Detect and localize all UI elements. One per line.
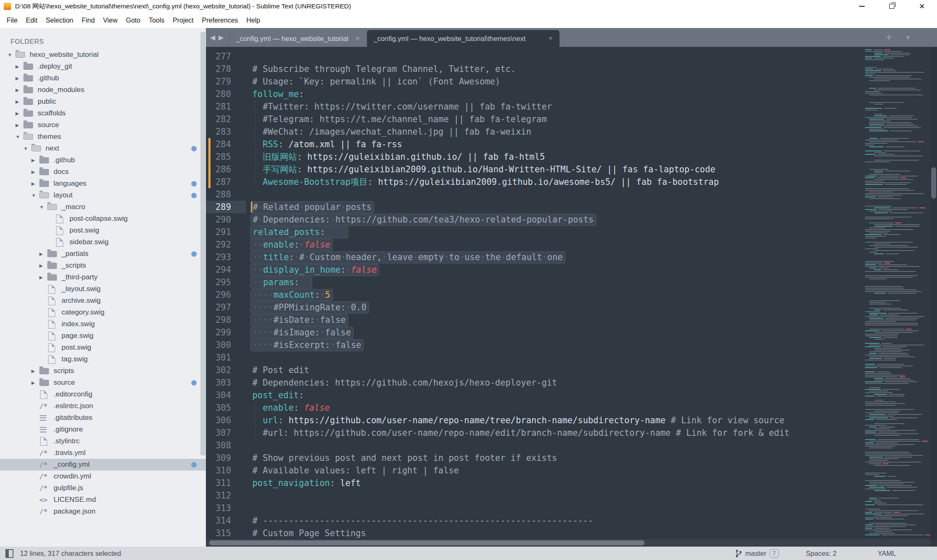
sidebar-item-scaffolds[interactable]: ▶scaffolds xyxy=(0,107,206,119)
chevron-right-icon[interactable]: ▶ xyxy=(15,76,23,81)
sidebar-item-themes[interactable]: ▼themes xyxy=(0,131,206,143)
code-line-310[interactable]: 310# Available values: left | right | fa… xyxy=(206,464,863,477)
sidebar-item-license-md[interactable]: <>LICENSE.md xyxy=(0,494,206,506)
code-line-296[interactable]: 296····maxCount:·5 xyxy=(206,289,863,301)
menu-preferences[interactable]: Preferences xyxy=(198,15,242,26)
sidebar-item-scripts[interactable]: ▶scripts xyxy=(0,365,206,377)
sidebar-item-public[interactable]: ▶public xyxy=(0,96,206,107)
sidebar-item--third-party[interactable]: ▶_third-party xyxy=(0,271,206,283)
sidebar-item-hexo-website-tutorial[interactable]: ▼hexo_website_tutorial xyxy=(0,49,206,61)
sidebar-item--deploy-git[interactable]: ▶.deploy_git xyxy=(0,61,206,72)
sidebar-item-sidebar-swig[interactable]: sidebar.swig xyxy=(0,236,206,248)
sidebar-item-post-collapse-swig[interactable]: post-collapse.swig xyxy=(0,213,206,225)
sidebar-item--stylintrc[interactable]: .stylintrc xyxy=(0,435,206,447)
sidebar-item-index-swig[interactable]: index.swig xyxy=(0,318,206,330)
sidebar-item--github[interactable]: ▶.github xyxy=(0,154,206,166)
menu-view[interactable]: View xyxy=(99,15,121,26)
tab-1[interactable]: _config.yml — hexo_website_tutorial\them… xyxy=(367,30,560,47)
sidebar-toggle-icon[interactable] xyxy=(5,549,13,558)
sidebar-item--scripts[interactable]: ▶_scripts xyxy=(0,260,206,271)
sidebar-item-node-modules[interactable]: ▶node_modules xyxy=(0,84,206,96)
sidebar-item--partials[interactable]: ▶_partials xyxy=(0,248,206,260)
chevron-right-icon[interactable]: ▶ xyxy=(15,99,23,105)
code-line-279[interactable]: 279# Usage: `Key: permalink || icon` (Fo… xyxy=(206,75,863,88)
sidebar-item-archive-swig[interactable]: archive.swig xyxy=(0,295,206,307)
sidebar-item-crowdin-yml[interactable]: /*crowdin.yml xyxy=(0,471,206,482)
sidebar-item--macro[interactable]: ▼_macro xyxy=(0,201,206,213)
menu-goto[interactable]: Goto xyxy=(122,15,145,26)
chevron-right-icon[interactable]: ▶ xyxy=(31,368,39,374)
chevron-right-icon[interactable]: ▶ xyxy=(15,111,23,116)
code-line-302[interactable]: 302# Post edit xyxy=(206,364,863,376)
chevron-right-icon[interactable]: ▶ xyxy=(31,380,39,386)
close-button[interactable]: ✕ xyxy=(907,0,937,13)
sidebar-item-docs[interactable]: ▶docs xyxy=(0,166,206,178)
code-line-289[interactable]: 289#·Related·popular·posts xyxy=(206,201,863,213)
chevron-right-icon[interactable]: ▶ xyxy=(15,64,23,69)
vertical-scrollbar-thumb[interactable] xyxy=(931,167,936,199)
sidebar-item-tag-swig[interactable]: tag.swig xyxy=(0,353,206,365)
sidebar-item--github[interactable]: ▶.github xyxy=(0,72,206,84)
sidebar-item-source[interactable]: ▶source xyxy=(0,377,206,389)
code-line-283[interactable]: 283 #WeChat: /images/wechat_channel.jpg … xyxy=(206,125,863,138)
sidebar-item--gitattributes[interactable]: .gitattributes xyxy=(0,412,206,424)
vertical-scrollbar[interactable] xyxy=(930,47,937,539)
code-line-290[interactable]: 290#·Dependencies:·https://github.com/te… xyxy=(206,213,863,226)
tab-list-icon[interactable]: ▼ xyxy=(905,34,911,41)
code-line-280[interactable]: 280follow_me: xyxy=(206,88,863,100)
chevron-right-icon[interactable]: ▶ xyxy=(31,158,39,163)
menu-help[interactable]: Help xyxy=(242,15,264,26)
minimize-button[interactable] xyxy=(847,0,877,13)
sidebar-item--travis-yml[interactable]: /*.travis.yml xyxy=(0,447,206,459)
code-line-315[interactable]: 315# Custom Page Settings xyxy=(206,527,863,539)
sidebar-item-languages[interactable]: ▶languages xyxy=(0,178,206,189)
chevron-right-icon[interactable]: ▶ xyxy=(15,123,23,128)
minimap[interactable] xyxy=(863,47,930,539)
code-line-307[interactable]: 307 #url: https://github.com/user-name/r… xyxy=(206,427,863,439)
sidebar-item--gitignore[interactable]: .gitignore xyxy=(0,424,206,435)
code-line-282[interactable]: 282 #Telegram: https://t.me/channel_name… xyxy=(206,113,863,125)
tab-close-icon[interactable]: × xyxy=(350,34,360,43)
code-line-301[interactable]: 301 xyxy=(206,351,863,364)
code-line-311[interactable]: 311post_navigation: left xyxy=(206,477,863,489)
code-line-297[interactable]: 297····#PPMixingRate:·0.0 xyxy=(206,301,863,314)
code-line-299[interactable]: 299····#isImage:·false xyxy=(206,326,863,339)
sidebar-item-post-swig[interactable]: post.swig xyxy=(0,342,206,353)
sidebar-item--eslintrc-json[interactable]: /*.eslintrc.json xyxy=(0,400,206,412)
code-line-294[interactable]: 294··display_in_home:·false xyxy=(206,263,863,276)
chevron-down-icon[interactable]: ▼ xyxy=(39,205,47,210)
indent-setting[interactable]: Spaces: 2 xyxy=(806,550,837,557)
code-line-308[interactable]: 308 xyxy=(206,439,863,452)
tab-close-icon[interactable]: × xyxy=(543,34,553,43)
chevron-right-icon[interactable]: ▶ xyxy=(31,169,39,175)
chevron-right-icon[interactable]: ▶ xyxy=(31,181,39,187)
chevron-down-icon[interactable]: ▼ xyxy=(31,193,39,198)
code-line-305[interactable]: 305 enable: false xyxy=(206,401,863,414)
sidebar-item--config-yml[interactable]: /*_config.yml xyxy=(0,459,206,471)
menu-file[interactable]: File xyxy=(3,15,22,26)
code-line-313[interactable]: 313 xyxy=(206,502,863,514)
syntax-mode[interactable]: YAML xyxy=(878,550,896,557)
history-forward-icon[interactable]: ▶ xyxy=(218,33,223,41)
code-line-284[interactable]: 284 RSS: /atom.xml || fa fa-rss xyxy=(206,138,863,151)
code-line-292[interactable]: 292··enable:·false xyxy=(206,238,863,251)
chevron-right-icon[interactable]: ▶ xyxy=(39,263,47,268)
menu-project[interactable]: Project xyxy=(169,15,198,26)
code-line-291[interactable]: 291related_posts: xyxy=(206,226,863,238)
code-line-298[interactable]: 298····#isDate:·false xyxy=(206,314,863,326)
chevron-down-icon[interactable]: ▼ xyxy=(8,52,15,57)
code-line-295[interactable]: 295··params: xyxy=(206,276,863,289)
code-line-314[interactable]: 314# -----------------------------------… xyxy=(206,514,863,527)
chevron-right-icon[interactable]: ▶ xyxy=(39,275,47,280)
code-line-286[interactable]: 286 手写网站: https://guleixibian2009.github… xyxy=(206,163,863,176)
sidebar-item-gulpfile-js[interactable]: /*gulpfile.js xyxy=(0,482,206,494)
sidebar-item-source[interactable]: ▶source xyxy=(0,119,206,131)
git-branch[interactable]: master 7 xyxy=(735,549,779,558)
horizontal-scrollbar-thumb[interactable] xyxy=(209,540,644,545)
code-line-304[interactable]: 304post_edit: xyxy=(206,389,863,401)
sidebar-item-page-swig[interactable]: page.swig xyxy=(0,330,206,342)
code-line-277[interactable]: 277 xyxy=(206,50,863,63)
menu-find[interactable]: Find xyxy=(77,15,99,26)
code-line-306[interactable]: 306 url: https://github.com/user-name/re… xyxy=(206,414,863,427)
sidebar-item-post-swig[interactable]: post.swig xyxy=(0,225,206,236)
